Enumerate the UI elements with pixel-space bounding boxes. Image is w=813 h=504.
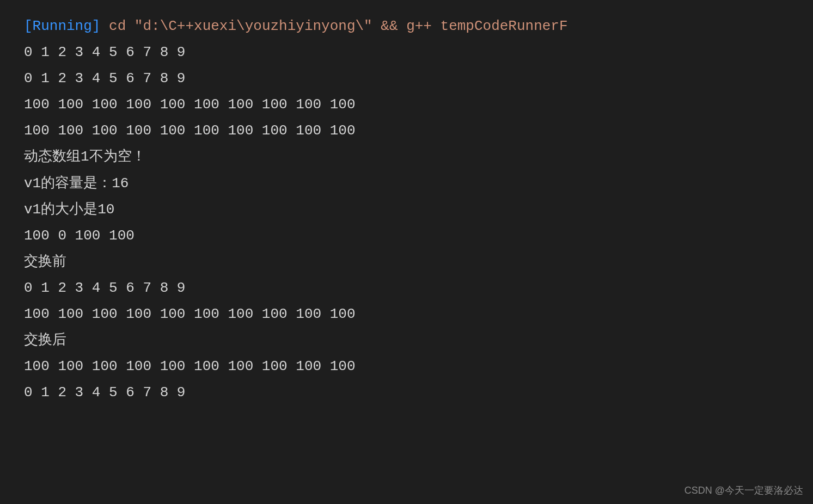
- output-line: 交换前: [24, 249, 813, 275]
- output-line: 0 1 2 3 4 5 6 7 8 9: [24, 379, 813, 405]
- output-line: v1的容量是：16: [24, 170, 813, 196]
- command-text: cd "d:\C++xuexi\youzhiyinyong\" && g++ t…: [100, 18, 567, 34]
- output-line: v1的大小是10: [24, 196, 813, 223]
- output-line: 100 100 100 100 100 100 100 100 100 100: [24, 118, 813, 144]
- output-line: 0 1 2 3 4 5 6 7 8 9: [24, 65, 813, 91]
- output-line: 100 0 100 100: [24, 223, 813, 249]
- output-line: 0 1 2 3 4 5 6 7 8 9: [24, 39, 813, 65]
- running-status: [Running]: [24, 18, 100, 34]
- terminal-output: [Running] cd "d:\C++xuexi\youzhiyinyong\…: [0, 0, 813, 405]
- output-line: 0 1 2 3 4 5 6 7 8 9: [24, 275, 813, 301]
- output-line: 交换后: [24, 327, 813, 353]
- output-line: 100 100 100 100 100 100 100 100 100 100: [24, 353, 813, 379]
- watermark: CSDN @今天一定要洛必达: [684, 482, 803, 500]
- output-line: 动态数组1不为空！: [24, 144, 813, 170]
- command-line: [Running] cd "d:\C++xuexi\youzhiyinyong\…: [24, 13, 813, 39]
- output-line: 100 100 100 100 100 100 100 100 100 100: [24, 301, 813, 327]
- output-line: 100 100 100 100 100 100 100 100 100 100: [24, 91, 813, 118]
